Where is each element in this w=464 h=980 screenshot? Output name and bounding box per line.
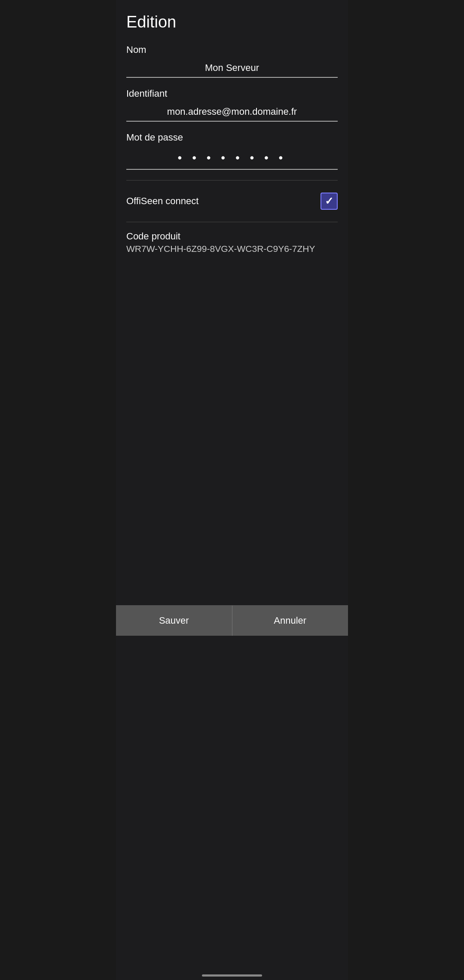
button-row: Sauver Annuler — [116, 605, 348, 636]
save-button[interactable]: Sauver — [116, 606, 232, 636]
home-indicator — [116, 969, 348, 980]
offiseen-row: OffiSeen connect ✓ — [126, 186, 338, 217]
cancel-button[interactable]: Annuler — [232, 606, 348, 636]
identifiant-label: Identifiant — [126, 88, 338, 99]
nom-input[interactable] — [126, 59, 338, 78]
identifiant-input[interactable] — [126, 103, 338, 122]
content-area: Edition Nom Identifiant Mot de passe • •… — [116, 0, 348, 605]
password-dots[interactable]: • • • • • • • • — [126, 147, 338, 170]
divider-2 — [126, 222, 338, 222]
page-title: Edition — [126, 9, 338, 31]
offiseen-label: OffiSeen connect — [126, 196, 198, 207]
password-field-group: Mot de passe • • • • • • • • — [126, 132, 338, 170]
identifiant-field-group: Identifiant — [126, 88, 338, 122]
home-bar — [202, 974, 262, 977]
nom-label: Nom — [126, 44, 338, 55]
product-code-section: Code produit WR7W-YCHH-6Z99-8VGX-WC3R-C9… — [126, 227, 338, 261]
nom-field-group: Nom — [126, 44, 338, 78]
divider-1 — [126, 180, 338, 181]
product-code-value: WR7W-YCHH-6Z99-8VGX-WC3R-C9Y6-7ZHY — [126, 244, 338, 254]
product-code-label: Code produit — [126, 231, 338, 242]
bottom-area — [116, 636, 348, 980]
checkmark-icon: ✓ — [325, 195, 333, 207]
screen: Edition Nom Identifiant Mot de passe • •… — [116, 0, 348, 980]
offiseen-checkbox[interactable]: ✓ — [321, 193, 338, 210]
password-label: Mot de passe — [126, 132, 338, 143]
